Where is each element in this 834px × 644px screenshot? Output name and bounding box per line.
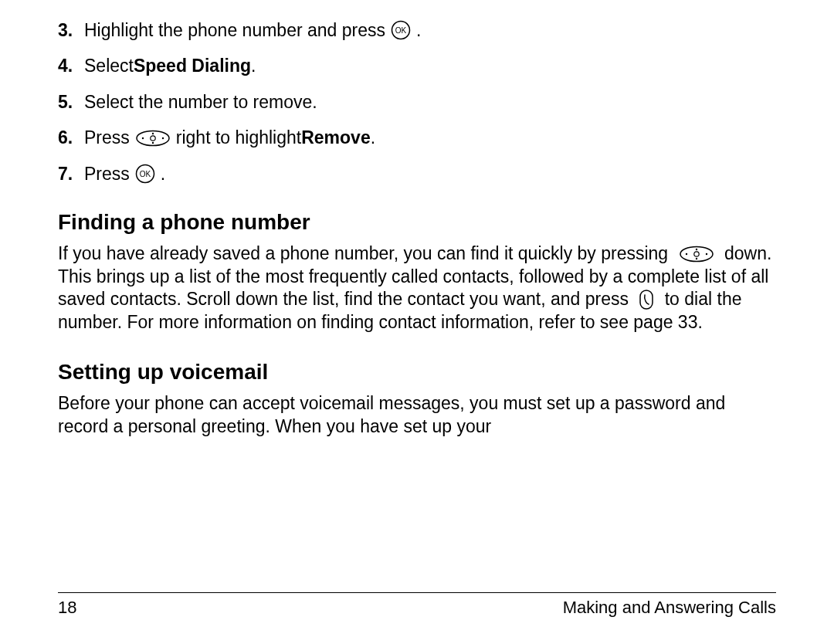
svg-text:OK: OK [395,26,407,35]
step-body: Select the number to remove. [84,92,776,112]
svg-point-3 [151,135,155,140]
bold-term: Speed Dialing [134,56,251,76]
call-key-icon [639,289,654,310]
svg-point-15 [695,258,697,259]
section-heading-finding: Finding a phone number [58,210,776,235]
manual-page: 3. Highlight the phone number and press … [0,0,834,644]
svg-text:OK: OK [140,170,151,178]
step-body: Highlight the phone number and press OK … [84,20,776,40]
step-body: Press OK . [84,164,776,184]
step-5: 5. Select the number to remove. [58,92,776,112]
step-number: 4. [58,56,84,76]
numbered-steps: 3. Highlight the phone number and press … [58,20,776,184]
step-body: Press right to highlight Remove. [84,127,776,147]
step-number: 5. [58,92,84,112]
step-4: 4. Select Speed Dialing. [58,56,776,76]
step-3: 3. Highlight the phone number and press … [58,20,776,40]
page-footer: 18 Making and Answering Calls [58,592,776,618]
ok-button-icon: OK [135,164,155,184]
svg-point-7 [152,141,154,143]
navigation-key-icon [135,130,171,147]
step-number: 6. [58,127,84,147]
svg-point-5 [162,137,164,138]
svg-point-12 [685,253,687,255]
ok-button-icon: OK [391,20,411,40]
section-paragraph-voicemail: Before your phone can accept voicemail m… [58,392,776,438]
section-heading-voicemail: Setting up voicemail [58,360,776,385]
step-7: 7. Press OK . [58,164,776,184]
svg-point-4 [142,137,144,138]
page-number: 18 [58,598,76,618]
navigation-key-icon [679,246,714,263]
step-body: Select Speed Dialing. [84,56,776,76]
svg-point-14 [695,249,697,250]
section-paragraph-finding: If you have already saved a phone number… [58,242,776,334]
svg-point-6 [152,132,154,134]
bold-term: Remove [301,127,370,147]
svg-point-13 [705,253,707,255]
step-number: 7. [58,164,84,184]
chapter-title: Making and Answering Calls [563,598,776,618]
svg-point-11 [693,252,698,256]
svg-rect-16 [640,290,653,309]
step-6: 6. Press right to highlight Remove. [58,127,776,147]
step-number: 3. [58,20,84,40]
